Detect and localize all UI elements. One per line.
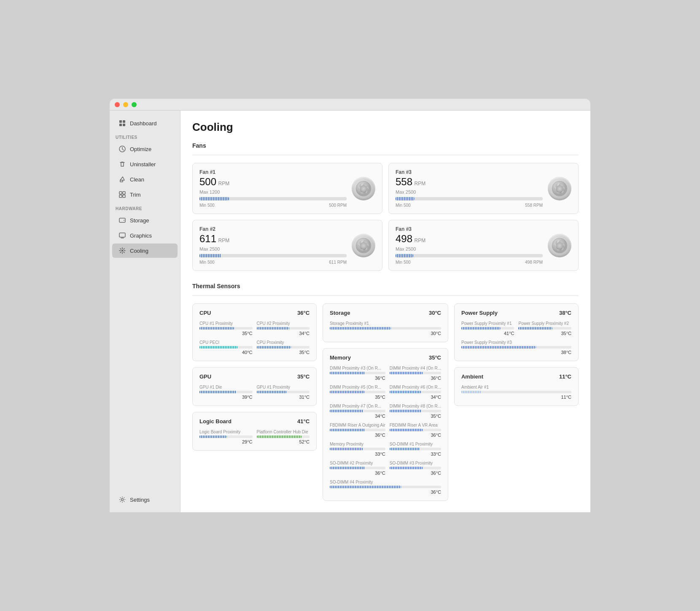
sidebar-item-graphics[interactable]: Graphics bbox=[112, 228, 178, 243]
fan-icon-fan3a bbox=[548, 177, 571, 200]
thermal-card-logic-board: Logic Board 41°C Logic Board Proximity 2… bbox=[192, 412, 317, 451]
fan-icon-fan1 bbox=[352, 177, 375, 200]
sidebar: Dashboard Utilities Optimize bbox=[110, 111, 180, 512]
sensor-temp: 34°C bbox=[390, 395, 441, 400]
sensor-bar-fill bbox=[461, 346, 536, 349]
sensor-item: FBDIMM Riser A Outgoing Air 36°C bbox=[330, 423, 385, 438]
sensor-bar-wrap bbox=[257, 391, 310, 393]
sensor-label: DIMM Proximity #3 (On R... bbox=[330, 366, 385, 370]
fan-bar-fill-fan1 bbox=[199, 197, 229, 200]
maximize-button[interactable] bbox=[132, 102, 137, 107]
cooling-icon bbox=[118, 246, 127, 255]
sensor-bar-wrap bbox=[257, 346, 310, 349]
settings-icon bbox=[118, 495, 127, 504]
sidebar-item-cooling[interactable]: Cooling bbox=[112, 243, 178, 258]
svg-point-13 bbox=[121, 499, 124, 501]
svg-rect-6 bbox=[123, 192, 125, 194]
sidebar-item-optimize[interactable]: Optimize bbox=[112, 142, 178, 156]
thermal-header-cpu: CPU 36°C bbox=[199, 310, 310, 316]
svg-point-21 bbox=[361, 243, 366, 248]
sensor-temp: 35°C bbox=[330, 395, 385, 400]
thermal-name-memory: Memory bbox=[330, 354, 351, 361]
thermal-name-logic-board: Logic Board bbox=[199, 418, 232, 424]
sensor-label: Storage Proximity #1 bbox=[330, 321, 441, 326]
sensor-label: FBDIMM Riser A Outgoing Air bbox=[330, 423, 385, 427]
minimize-button[interactable] bbox=[123, 102, 128, 107]
sensor-bar-fill bbox=[199, 327, 234, 330]
thermal-temp-ambient: 11°C bbox=[559, 373, 571, 380]
dashboard-icon bbox=[118, 119, 127, 127]
sensor-label: SO-DIMM #2 Proximity bbox=[330, 461, 385, 465]
sensor-item: GPU #1 Proximity 31°C bbox=[257, 385, 310, 400]
sensor-bar-fill bbox=[390, 410, 422, 412]
sensor-temp: 52°C bbox=[257, 439, 310, 444]
sensor-item: Storage Proximity #1 30°C bbox=[330, 321, 441, 336]
fan-bar-fan1 bbox=[199, 197, 347, 200]
sidebar-item-trim[interactable]: Trim bbox=[112, 187, 178, 202]
svg-rect-0 bbox=[119, 120, 122, 123]
sensor-temp: 34°C bbox=[330, 414, 385, 419]
sensor-label: Memory Proximity bbox=[330, 442, 385, 446]
sensor-bar-fill bbox=[390, 372, 423, 374]
sensor-label: SO-DIMM #1 Proximity bbox=[390, 442, 441, 446]
fan-speed-fan2: 611 RPM bbox=[199, 233, 347, 245]
sidebar-item-trim-label: Trim bbox=[130, 192, 141, 198]
close-button[interactable] bbox=[115, 102, 120, 107]
sensor-bar-fill bbox=[390, 429, 423, 431]
sensor-label: CPU PECI bbox=[199, 340, 253, 345]
svg-point-22 bbox=[362, 244, 365, 247]
sensor-item: FBDIMM Riser A VR Area 36°C bbox=[390, 423, 441, 438]
svg-rect-2 bbox=[119, 124, 122, 126]
svg-point-24 bbox=[557, 243, 562, 248]
sensor-bar-wrap bbox=[330, 467, 385, 469]
fan-bar-fill-fan3a bbox=[396, 197, 415, 200]
thermal-card-storage: Storage 30°C Storage Proximity #1 30°C bbox=[323, 303, 448, 342]
fan-icon-fan3b bbox=[548, 234, 571, 257]
sidebar-item-dashboard[interactable]: Dashboard bbox=[112, 116, 178, 130]
sensor-item: CPU PECI 40°C bbox=[199, 340, 253, 355]
svg-point-18 bbox=[557, 187, 562, 191]
fans-grid: Fan #1 500 RPM Max 1200 Min 500 500 RPM bbox=[192, 163, 579, 271]
fan-current-label-fan2: 611 RPM bbox=[329, 260, 347, 265]
sidebar-item-clean[interactable]: Clean bbox=[112, 172, 178, 187]
fan-card-fan2: Fan #2 611 RPM Max 2500 Min 500 611 RPM bbox=[192, 220, 382, 271]
sensor-bar-fill bbox=[390, 467, 423, 469]
sensor-temp: 40°C bbox=[199, 350, 253, 355]
graphics-icon bbox=[118, 231, 127, 240]
fan-max-fan3a: Max 2500 bbox=[396, 189, 543, 195]
fan-card-fan3b: Fan #3 498 RPM Max 2500 Min 500 498 RPM bbox=[388, 220, 579, 271]
sensor-bar-wrap bbox=[330, 429, 385, 431]
page-title: Cooling bbox=[192, 121, 579, 134]
sensor-bar-fill bbox=[330, 410, 363, 412]
thermal-header-power-supply: Power Supply 38°C bbox=[461, 310, 571, 316]
thermal-header-ambient: Ambient 11°C bbox=[461, 373, 571, 380]
sensor-temp: 36°C bbox=[390, 470, 441, 476]
fan-current-label-fan3a: 558 RPM bbox=[525, 203, 543, 208]
sidebar-item-storage[interactable]: Storage bbox=[112, 213, 178, 227]
fan-min-label-fan3a: Min 500 bbox=[396, 203, 411, 208]
sensor-bar-fill bbox=[199, 391, 237, 393]
fan-bar-labels-fan1: Min 500 500 RPM bbox=[199, 203, 347, 208]
sensor-bar-wrap bbox=[390, 410, 441, 412]
sensor-bar-fill bbox=[518, 327, 552, 330]
sensor-item: SO-DIMM #1 Proximity 33°C bbox=[390, 442, 441, 457]
optimize-icon bbox=[118, 145, 127, 153]
sensor-temp: 30°C bbox=[330, 331, 441, 336]
sensor-item: Power Supply Proximity #2 35°C bbox=[518, 321, 571, 336]
sidebar-item-cooling-label: Cooling bbox=[130, 248, 148, 254]
sensor-label: GPU #1 Die bbox=[199, 385, 253, 389]
sensor-item: DIMM Proximity #4 (On R... 36°C bbox=[390, 366, 441, 381]
sensor-label: GPU #1 Proximity bbox=[257, 385, 310, 389]
fan-bar-fan3a bbox=[396, 197, 543, 200]
sensor-bar-wrap bbox=[330, 448, 385, 450]
svg-point-19 bbox=[558, 187, 561, 190]
sensor-temp: 39°C bbox=[199, 395, 253, 400]
sensor-temp: 41°C bbox=[461, 331, 514, 336]
sidebar-item-uninstaller[interactable]: Uninstaller bbox=[112, 157, 178, 171]
sidebar-item-settings[interactable]: Settings bbox=[112, 492, 178, 507]
fan-min-label-fan3b: Min 500 bbox=[396, 260, 411, 265]
settings-label: Settings bbox=[130, 497, 150, 503]
sensor-label: Ambient Air #1 bbox=[461, 385, 571, 389]
sensor-bar-wrap bbox=[199, 435, 253, 438]
sensor-bar-wrap bbox=[199, 346, 253, 349]
